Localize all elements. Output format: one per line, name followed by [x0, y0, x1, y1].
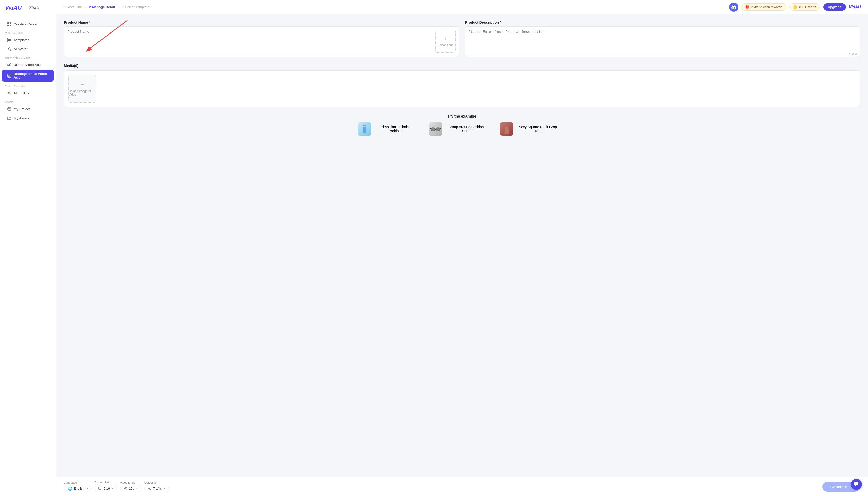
step-3-label: 3 Select Template: [122, 5, 149, 9]
invite-button[interactable]: 🎁 Invite to earn rewards: [741, 3, 786, 11]
svg-rect-16: [99, 487, 101, 490]
product-desc-textarea[interactable]: [465, 26, 860, 57]
aspect-ratio-label: Aspect Ratio: [95, 481, 117, 484]
svg-rect-13: [363, 126, 366, 127]
sidebar-item-my-project[interactable]: My Project: [2, 105, 53, 113]
example-thumb-probiotic: [358, 122, 371, 136]
svg-rect-11: [7, 108, 11, 110]
video-length-control: Video length ⏱ 15s ▾: [120, 481, 141, 493]
step-1-label: 1 Paste Link: [63, 5, 82, 9]
upload-media-tile[interactable]: + Upload Image or Video: [68, 75, 96, 103]
logo-area: VidAU Studio: [0, 4, 56, 16]
product-desc-col: Product Description * 0 / 3000: [465, 20, 860, 58]
product-name-col: Product Name * + Upload Logo: [64, 20, 459, 58]
generate-label: Generate →: [831, 484, 852, 489]
assets-icon: [7, 116, 11, 120]
credits-label: 465 Credits: [799, 5, 817, 9]
language-select[interactable]: 🌐 English ▾: [64, 485, 92, 493]
sidebar: VidAU Studio Creative Center Video Creat…: [0, 0, 56, 496]
svg-rect-7: [10, 38, 11, 41]
sidebar-item-url-to-video[interactable]: URL to Video Ads: [2, 60, 53, 69]
sidebar-label-ai-avatar: AI Avatar: [14, 47, 28, 51]
svg-rect-0: [7, 22, 9, 24]
sidebar-item-desc-to-video[interactable]: Description to Video Ads: [2, 69, 53, 82]
step-2-label: 2 Manage Detail: [89, 5, 115, 9]
step-3: 3 Select Template: [122, 5, 149, 9]
example-card-sunglasses[interactable]: Wrap Around Fashion Sun... ↗: [429, 122, 495, 136]
product-name-label: Product Name *: [64, 20, 459, 25]
page-body: Product Name * + Upload Logo Product Des…: [56, 14, 868, 477]
svg-point-8: [9, 48, 10, 49]
language-value: English: [74, 486, 84, 491]
sidebar-label-ai-toolkits: AI Toolkits: [14, 91, 29, 95]
section-label-assets: Assets: [0, 98, 56, 104]
video-length-value: 15s: [129, 486, 134, 491]
sidebar-item-ai-toolkits[interactable]: AI Toolkits: [2, 89, 53, 97]
credits-button[interactable]: 🪙 465 Credits: [789, 3, 820, 11]
language-label: Language: [64, 481, 92, 484]
upload-media-label: Upload Image or Video: [68, 89, 96, 96]
svg-point-15: [436, 128, 440, 131]
sidebar-item-templates[interactable]: Templates: [2, 35, 53, 44]
example-card-probiotic[interactable]: Physician's Choice Probiot... ↗: [358, 122, 424, 136]
desc-char-count: 0 / 3000: [847, 52, 857, 56]
step-arrow-1: ›: [85, 5, 86, 9]
objective-label: Objective: [144, 481, 169, 484]
svg-rect-2: [7, 25, 9, 26]
sidebar-label-my-assets: My Assets: [14, 116, 29, 120]
upload-logo-label: Upload Logo: [438, 43, 453, 46]
example-label-probiotic: Physician's Choice Probiot...: [374, 125, 418, 133]
globe-icon: 🌐: [68, 486, 72, 491]
product-name-input[interactable]: [67, 30, 432, 33]
upload-logo-box[interactable]: + Upload Logo: [435, 30, 456, 52]
objective-control: Objective ⊕ Traffic ▾: [144, 481, 169, 493]
chat-fab-button[interactable]: [851, 479, 862, 490]
example-card-crop[interactable]: Sexy Square Neck Crop To... ↗: [500, 122, 566, 136]
templates-icon: [7, 38, 11, 42]
coin-icon: 🪙: [793, 5, 797, 9]
objective-chevron: ▾: [164, 487, 165, 490]
media-box: + Upload Image or Video: [64, 70, 860, 107]
svg-rect-3: [10, 25, 11, 26]
toolkits-icon: [7, 91, 11, 95]
svg-rect-12: [363, 125, 366, 133]
aspect-chevron: ▾: [112, 487, 113, 490]
desc-wrapper: 0 / 3000: [465, 26, 860, 58]
language-control: Language 🌐 English ▾: [64, 481, 92, 493]
sidebar-item-ai-avatar[interactable]: AI Avatar: [2, 45, 53, 53]
try-example-title: Try the example: [64, 114, 860, 118]
objective-value: Traffic: [153, 486, 162, 491]
topbar: 1 Paste Link › 2 Manage Detail › 3 Selec…: [56, 0, 868, 14]
aspect-ratio-value: 9:16: [104, 486, 110, 491]
discord-button[interactable]: [729, 2, 738, 12]
sidebar-item-creative-center[interactable]: Creative Center: [2, 20, 53, 28]
logo-divider: [25, 5, 26, 11]
gift-icon: 🎁: [745, 5, 749, 9]
product-name-box: + Upload Logo: [64, 26, 459, 57]
example-cards: Physician's Choice Probiot... ↗ Wrap Aro…: [64, 122, 860, 136]
try-example-section: Try the example Physician's Choice Probi…: [64, 114, 860, 136]
step-2: 2 Manage Detail: [89, 5, 115, 9]
product-desc-label: Product Description *: [465, 20, 860, 25]
sidebar-label-templates: Templates: [14, 38, 29, 42]
media-label: Media(0): [64, 64, 860, 68]
upgrade-button[interactable]: Upgrade: [823, 3, 846, 11]
section-label-video-recreation: Video Recreation: [0, 82, 56, 89]
avatar-icon: [7, 47, 11, 51]
language-chevron: ▾: [86, 487, 88, 490]
sidebar-item-my-assets[interactable]: My Assets: [2, 114, 53, 122]
link-icon: [7, 63, 11, 67]
example-label-sunglasses: Wrap Around Fashion Sun...: [445, 125, 489, 133]
example-thumb-crop: [500, 122, 513, 136]
upload-media-plus-icon: +: [80, 81, 84, 88]
video-length-select[interactable]: ⏱ 15s ▾: [120, 485, 141, 493]
aspect-ratio-select[interactable]: 9:16 ▾: [95, 484, 117, 493]
aspect-ratio-control: Aspect Ratio 9:16 ▾: [95, 481, 117, 493]
steps-nav: 1 Paste Link › 2 Manage Detail › 3 Selec…: [63, 5, 149, 9]
svg-point-10: [9, 93, 10, 94]
objective-select[interactable]: ⊕ Traffic ▾: [144, 485, 169, 493]
logo-brand: VidAU: [5, 4, 21, 11]
step-arrow-2: ›: [118, 5, 119, 9]
link-out-icon-probiotic: ↗: [421, 127, 424, 131]
form-row: Product Name * + Upload Logo Product Des…: [64, 20, 860, 58]
